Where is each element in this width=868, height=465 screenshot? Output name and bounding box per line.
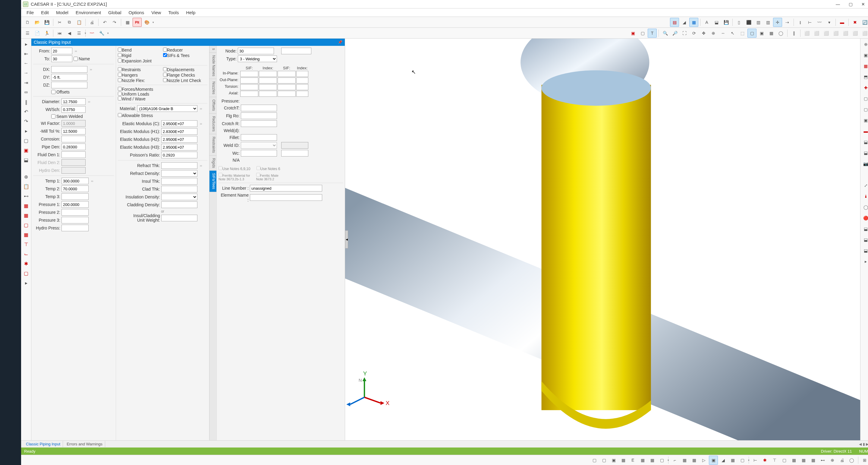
bt-icon-21[interactable]: ▦	[789, 456, 798, 465]
rv-icon-2[interactable]: ▣	[861, 51, 868, 60]
bt-icon-18[interactable]: ✱	[761, 456, 770, 465]
lv-icon-17[interactable]: ▦	[22, 211, 30, 220]
eh3-field[interactable]	[161, 144, 197, 150]
milltol-field[interactable]	[61, 128, 86, 135]
offsets-checkbox[interactable]	[51, 90, 56, 94]
wc2-field[interactable]	[281, 150, 308, 156]
parallel-icon[interactable]: ‖	[789, 29, 798, 38]
lv-icon-4[interactable]: →	[22, 69, 30, 77]
flgro-field[interactable]	[241, 113, 277, 119]
bt-icon-24[interactable]: ⊷	[818, 456, 827, 465]
config-icon[interactable]: 🔧	[97, 29, 106, 38]
bt-icon-11[interactable]: ▦	[689, 456, 699, 465]
lv-icon-7[interactable]: ‖	[22, 98, 30, 106]
rv-icon-4[interactable]: ⬒	[861, 72, 868, 81]
nav-list-icon[interactable]: ☰	[74, 29, 84, 38]
plot-icon[interactable]: Plt	[133, 18, 142, 27]
hangers-checkbox[interactable]	[118, 73, 122, 77]
box4-icon[interactable]: ◯	[776, 29, 785, 38]
bt-icon-16[interactable]: ▢	[738, 456, 747, 465]
displace-checkbox[interactable]	[163, 67, 167, 71]
undo-icon[interactable]: ↶	[100, 18, 110, 27]
diameter-field[interactable]	[61, 98, 86, 105]
tb2-icon-2[interactable]: ▢	[638, 29, 647, 38]
bt-icon-13[interactable]: ▣	[709, 456, 718, 465]
new-icon[interactable]: 🗋	[23, 18, 32, 27]
pressure1-field[interactable]	[61, 201, 89, 208]
reducer-checkbox[interactable]	[163, 48, 167, 52]
error-icon[interactable]: ▬	[838, 18, 846, 27]
restraints-checkbox[interactable]	[118, 67, 122, 71]
lv-icon-21[interactable]: ⌙	[22, 250, 30, 258]
font-icon[interactable]: A	[702, 18, 711, 27]
pin-icon[interactable]: 📌	[338, 40, 342, 44]
pressure2-field[interactable]	[61, 209, 89, 215]
view-btn-1[interactable]: ▤	[670, 18, 679, 27]
to-field[interactable]	[51, 56, 72, 62]
rv-icon-more[interactable]: ▸	[861, 257, 868, 266]
expand-m[interactable]: ››	[198, 107, 203, 110]
crotchr-field[interactable]	[241, 120, 277, 127]
lv-icon-10[interactable]: ▢	[22, 136, 30, 145]
torsion-idx2[interactable]	[296, 84, 308, 90]
nav-first-icon[interactable]: ⏮	[55, 29, 64, 38]
pressure3-field[interactable]	[61, 217, 89, 224]
cube2-icon[interactable]: ⬜	[812, 29, 821, 38]
allowable-checkbox[interactable]	[118, 113, 122, 117]
maximize-button[interactable]: ▢	[844, 1, 857, 7]
rv-icon-7[interactable]: ▢	[861, 105, 868, 114]
rv-icon-17[interactable]: ⬓	[861, 224, 868, 233]
outplane-sif[interactable]	[240, 78, 258, 84]
box1-icon[interactable]: ▢	[747, 29, 756, 38]
lv-icon-12[interactable]: ⬓	[22, 155, 30, 164]
rotate-icon[interactable]: ⟳	[689, 29, 699, 38]
open-icon[interactable]: 📂	[33, 18, 41, 27]
poisson-field[interactable]	[161, 152, 197, 158]
tb2-icon-3[interactable]: T	[648, 29, 657, 38]
bt-icon-22[interactable]: ▦	[799, 456, 808, 465]
3d-viewport[interactable]: ◀	[345, 38, 860, 440]
btab-0[interactable]: Classic Piping Input	[24, 441, 63, 447]
torsion-sif[interactable]	[240, 84, 258, 90]
save-icon[interactable]: 💾	[42, 18, 51, 27]
tool-icon-11[interactable]: ⊢	[805, 18, 814, 27]
tool-icon-10[interactable]: ⫿	[796, 18, 805, 27]
menu-file[interactable]: File	[24, 9, 37, 16]
torsion-sif2[interactable]	[278, 84, 296, 90]
tool-icon-5[interactable]: ⬛	[744, 18, 753, 27]
wave-icon[interactable]: 〰	[87, 29, 96, 38]
move-icon[interactable]: ↔	[718, 29, 727, 38]
cube5-icon[interactable]: ⬜	[841, 29, 850, 38]
rv-icon-15[interactable]: ◯	[861, 203, 868, 212]
menu-options[interactable]: Options	[125, 9, 147, 16]
linenum-field[interactable]	[250, 185, 322, 192]
menu-environment[interactable]: Environment	[73, 9, 104, 16]
seam-checkbox[interactable]	[51, 114, 56, 118]
eh2-field[interactable]	[161, 136, 197, 143]
sifs-checkbox[interactable]	[163, 53, 167, 57]
rv-icon-10[interactable]: ⬓	[861, 138, 868, 147]
expand-3[interactable]: ››	[87, 100, 91, 104]
inplane-sif[interactable]	[240, 71, 258, 77]
minimize-button[interactable]: —	[832, 1, 844, 7]
vtab-3[interactable]: Offsets	[210, 97, 216, 114]
lv-icon-22[interactable]: ✱	[22, 259, 30, 268]
bt-grid-icon[interactable]: ⊞	[860, 456, 868, 465]
vtab-7[interactable]: SIFs/Tees	[210, 171, 216, 192]
expand-4[interactable]: ››	[90, 179, 94, 183]
bt-icon-14[interactable]: ◢	[718, 456, 727, 465]
bt-icon-26[interactable]: 🖨	[838, 456, 846, 465]
bt-icon-1[interactable]: ▢	[590, 456, 599, 465]
bt-icon-15[interactable]: ▦	[728, 456, 737, 465]
cube4-icon[interactable]: ⬜	[831, 29, 840, 38]
select-icon[interactable]: ⬚	[738, 29, 747, 38]
panel-collapse-handle[interactable]: ◀	[345, 230, 348, 249]
dy-field[interactable]	[51, 74, 87, 81]
cube1-icon[interactable]: ⬜	[802, 29, 811, 38]
rv-icon-3[interactable]: ▦	[861, 61, 868, 70]
rv-icon-13[interactable]: ⤢	[861, 181, 868, 190]
elemname-field[interactable]	[250, 194, 322, 201]
lv-icon-1[interactable]: ▸	[22, 40, 30, 48]
eh1-field[interactable]	[161, 128, 197, 135]
tool-icon-3[interactable]: 💾	[721, 18, 731, 27]
